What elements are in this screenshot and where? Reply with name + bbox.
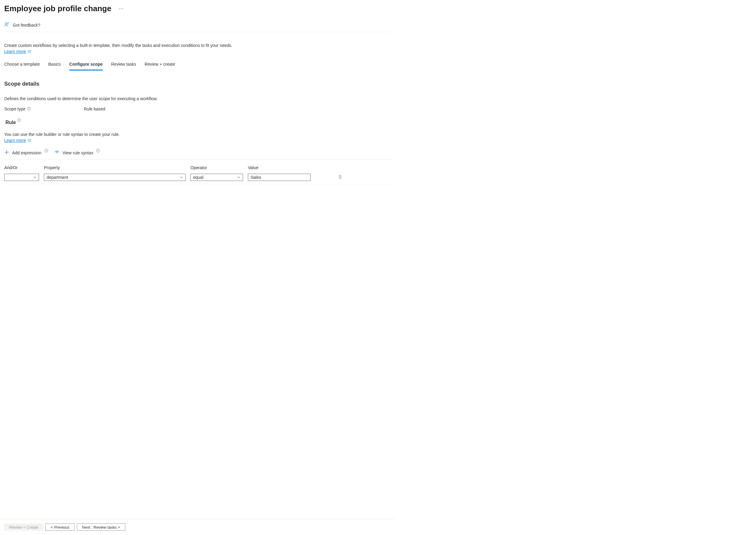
tab-choose-template[interactable]: Choose a template [4, 62, 40, 70]
add-expression-button[interactable]: Add expression [4, 150, 48, 155]
page-title: Employee job profile change [4, 4, 111, 13]
svg-point-0 [6, 23, 7, 24]
trash-icon [338, 176, 342, 180]
eye-icon [54, 150, 60, 156]
add-expression-label: Add expression [12, 151, 42, 155]
operator-value: equal [193, 175, 203, 180]
tab-configure-scope[interactable]: Configure scope [69, 62, 102, 70]
learn-more-link[interactable]: Learn more [4, 49, 31, 54]
svg-point-11 [46, 150, 46, 150]
tab-review-create[interactable]: Review + create [145, 62, 175, 70]
rule-learn-more-label: Learn more [4, 138, 26, 143]
wizard-tabs: Choose a template Basics Configure scope… [4, 62, 391, 70]
intro-text: Create custom workflows by selecting a b… [4, 43, 391, 48]
learn-more-label: Learn more [4, 49, 26, 54]
column-property-header: Property [44, 165, 185, 170]
column-value-header: Value [248, 165, 311, 170]
info-icon[interactable] [27, 106, 31, 111]
rule-heading: Rule [6, 120, 16, 125]
chevron-down-icon [237, 175, 240, 180]
operator-select[interactable]: equal [190, 174, 243, 181]
external-link-icon [28, 138, 31, 143]
more-actions-icon[interactable]: ⋯ [119, 6, 124, 12]
info-icon[interactable] [96, 149, 100, 154]
info-icon[interactable] [17, 118, 21, 123]
property-select[interactable]: department [44, 174, 185, 181]
view-rule-syntax-button[interactable]: View rule syntax [54, 150, 100, 156]
rule-description: You can use the rule builder or rule syn… [4, 132, 391, 137]
svg-point-6 [19, 119, 19, 120]
scope-details-description: Defines the conditions used to determine… [4, 96, 391, 101]
tab-review-tasks[interactable]: Review tasks [111, 62, 136, 70]
scope-details-heading: Scope details [4, 81, 391, 87]
chevron-down-icon [33, 175, 36, 180]
rule-learn-more-link[interactable]: Learn more [4, 138, 31, 143]
svg-point-12 [56, 152, 58, 153]
column-andor-header: And/Or [4, 165, 39, 170]
view-syntax-label: View rule syntax [63, 151, 94, 155]
column-operator-header: Operator [190, 165, 243, 170]
chevron-down-icon [180, 175, 183, 180]
rule-row: department equal [4, 174, 391, 184]
feedback-link[interactable]: Got feedback? [4, 22, 391, 32]
andor-select[interactable] [4, 174, 39, 181]
scope-type-label: Scope type [4, 106, 25, 111]
feedback-icon [4, 22, 10, 28]
delete-row-button[interactable] [338, 175, 342, 180]
property-value: department [46, 175, 68, 180]
external-link-icon [28, 49, 31, 54]
scope-type-value: Rule based [84, 106, 105, 111]
svg-point-15 [98, 150, 98, 150]
tab-basics[interactable]: Basics [48, 62, 61, 70]
svg-point-3 [29, 108, 29, 108]
info-icon[interactable] [44, 149, 48, 154]
feedback-label: Got feedback? [13, 23, 40, 28]
plus-icon [4, 150, 9, 155]
value-input[interactable] [248, 174, 311, 181]
